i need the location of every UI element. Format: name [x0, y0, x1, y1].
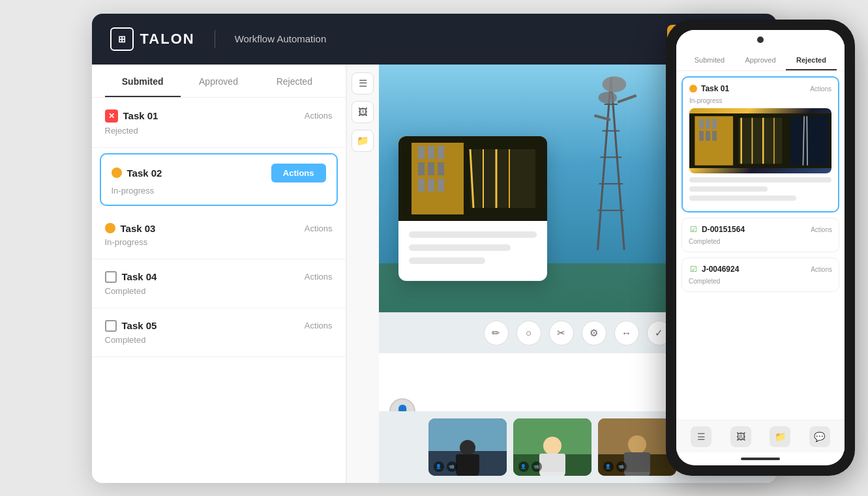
task-04-status: Completed	[105, 286, 333, 296]
mobile-task-01-header: Task 01 Actions	[689, 84, 831, 93]
toolbar-arrows-btn[interactable]: ↔	[614, 321, 639, 345]
tab-approved[interactable]: Approved	[181, 65, 256, 97]
svg-rect-64	[699, 131, 704, 141]
video-indicator-cam: 📹	[447, 461, 457, 472]
video-tile-3[interactable]: 👤 📹	[598, 418, 676, 476]
mobile-task-card-01[interactable]: Task 01 Actions In-progress	[681, 76, 839, 212]
task-02-actions-button[interactable]: Actions	[271, 164, 326, 182]
logo-text: TALON	[140, 31, 195, 48]
sidebar-image-icon[interactable]: 🖼	[352, 101, 374, 123]
mobile-task-d001-header: ☑ D-00151564 Actions	[689, 225, 832, 234]
task-04-name-row: Task 04	[105, 271, 157, 283]
mobile-skeleton-1	[689, 177, 831, 182]
mobile-task-d001-name: D-00151564	[702, 225, 745, 234]
tab-header: Submited Approved Rejected	[92, 65, 346, 98]
video-indicator-2-person: 👤	[518, 461, 529, 472]
svg-point-46	[460, 440, 475, 456]
logo-area: ⊞ TALON Workflow Automation	[110, 27, 327, 51]
task-01-actions[interactable]: Actions	[305, 111, 333, 121]
svg-rect-38	[438, 179, 444, 192]
task-05-name: Task 05	[122, 320, 157, 331]
video-tile-2-icons: 👤 📹	[518, 461, 542, 472]
task-05-actions[interactable]: Actions	[305, 321, 333, 330]
tab-rejected[interactable]: Rejected	[256, 65, 332, 97]
svg-rect-39	[470, 149, 535, 208]
skeleton-1	[409, 231, 537, 238]
task-03-status: In-progress	[105, 237, 333, 247]
video-indicator-3-person: 👤	[603, 461, 614, 472]
mobile-nav-folder-icon[interactable]: 📁	[770, 426, 790, 447]
nav-divider	[215, 30, 215, 48]
svg-rect-31	[428, 146, 434, 159]
svg-point-56	[628, 435, 646, 454]
toolbar-circle-btn[interactable]: ○	[516, 321, 541, 345]
floating-panel-image	[398, 136, 547, 221]
toolbar-edit-btn[interactable]: ✏	[484, 321, 509, 345]
svg-line-74	[807, 116, 807, 165]
mobile-skeleton-3	[689, 196, 796, 201]
sidebar-folder-icon[interactable]: 📁	[352, 130, 374, 152]
tab-submited[interactable]: Submited	[105, 65, 181, 97]
task-item-04[interactable]: Task 04 Actions Completed	[92, 259, 346, 308]
mobile-task-j004-name-row: ☑ J-0046924	[689, 265, 739, 274]
sidebar-list-icon[interactable]: ☰	[352, 72, 374, 95]
mobile-home-indicator	[676, 452, 845, 465]
task-03-name: Task 03	[121, 223, 156, 234]
mobile-device: Submited Approved Rejected Task 01 Actio…	[666, 20, 855, 476]
task-item-05-top: Task 05 Actions	[105, 320, 333, 332]
svg-rect-61	[699, 119, 704, 128]
task-03-inprogress-icon	[105, 223, 115, 233]
task-01-name: Task 01	[123, 110, 158, 121]
mobile-task-01-actions[interactable]: Actions	[810, 85, 831, 93]
svg-rect-58	[624, 452, 650, 472]
mobile-home-bar	[741, 458, 780, 460]
mobile-nav-chat-icon[interactable]: 💬	[809, 426, 830, 447]
mobile-task-01-status: In-progress	[689, 97, 831, 104]
task-item-02[interactable]: Task 02 Actions In-progress	[100, 153, 338, 206]
svg-rect-36	[418, 179, 425, 192]
task-04-name: Task 04	[122, 271, 157, 282]
mobile-task-01-image	[689, 108, 831, 173]
task-04-actions[interactable]: Actions	[305, 272, 333, 282]
mobile-task-j004-completed-icon: ☑	[689, 265, 698, 274]
mobile-task-j004-actions[interactable]: Actions	[811, 266, 832, 273]
svg-point-51	[543, 437, 561, 455]
skeleton-2	[409, 244, 511, 251]
task-03-name-row: Task 03	[105, 223, 156, 234]
mobile-nav-list-icon[interactable]: ☰	[691, 426, 711, 447]
task-01-rejected-icon: ✕	[105, 109, 118, 123]
task-02-status: In-progress	[112, 186, 326, 196]
video-tile-1-icons: 👤 📹	[434, 461, 457, 472]
mobile-task-d001-actions[interactable]: Actions	[811, 226, 832, 233]
mobile-task-j004-name: J-0046924	[702, 265, 739, 274]
mobile-tab-rejected[interactable]: Rejected	[786, 50, 837, 70]
svg-rect-66	[712, 131, 717, 141]
task-01-name-row: ✕ Task 01	[105, 109, 158, 123]
mobile-task-card-j004[interactable]: ☑ J-0046924 Actions Completed	[681, 257, 839, 292]
video-tile-1[interactable]: 👤 📹	[428, 418, 507, 476]
toolbar-gear-btn[interactable]: ⚙	[582, 321, 606, 345]
logo-icon: ⊞	[110, 27, 134, 51]
mobile-bottom-nav: ☰ 🖼 📁 💬	[676, 420, 845, 452]
svg-rect-62	[706, 119, 710, 128]
toolbar-scissors-btn[interactable]: ✂	[549, 321, 574, 345]
mobile-content: Task 01 Actions In-progress	[676, 71, 845, 420]
svg-rect-35	[438, 162, 444, 175]
mobile-task-01-name-row: Task 01	[689, 84, 729, 93]
mobile-task-card-d001[interactable]: ☑ D-00151564 Actions Completed	[681, 218, 839, 252]
task-03-actions[interactable]: Actions	[305, 224, 333, 233]
task-item-05[interactable]: Task 05 Actions Completed	[92, 308, 346, 357]
mobile-task-d001-completed-icon: ☑	[689, 225, 698, 234]
task-item-03[interactable]: Task 03 Actions In-progress	[92, 211, 346, 259]
mobile-skeleton-2	[689, 186, 768, 192]
task-item-01[interactable]: ✕ Task 01 Actions Rejected	[92, 98, 346, 148]
mobile-status-bar	[676, 30, 845, 50]
svg-rect-72	[790, 116, 829, 165]
svg-rect-48	[456, 454, 479, 474]
mobile-tab-approved[interactable]: Approved	[735, 50, 786, 70]
mobile-tab-submited[interactable]: Submited	[684, 50, 735, 70]
svg-rect-30	[418, 146, 425, 159]
video-tile-2[interactable]: 👤 📹	[513, 418, 591, 476]
floating-panel-content	[398, 221, 547, 281]
mobile-nav-image-icon[interactable]: 🖼	[730, 426, 751, 447]
